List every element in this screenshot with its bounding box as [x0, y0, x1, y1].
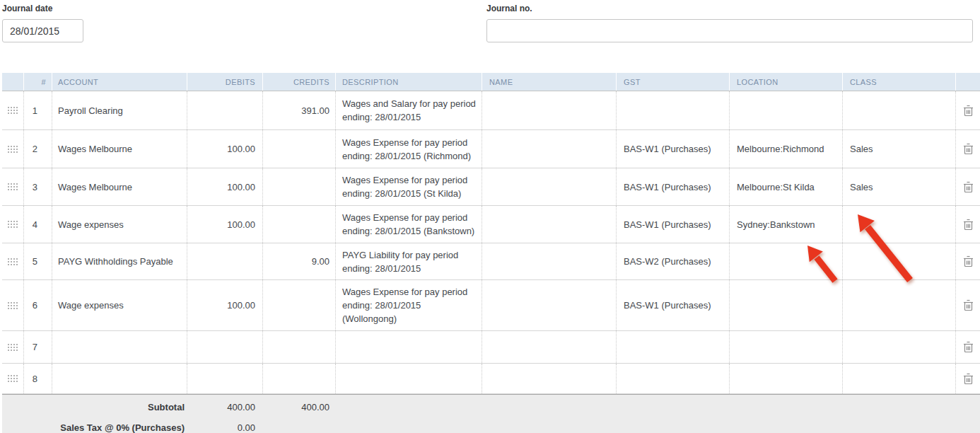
row-drag-handle[interactable] — [2, 91, 23, 129]
sales-tax-debits: 0.00 — [187, 422, 262, 433]
trash-icon — [963, 105, 974, 117]
credits-cell[interactable] — [262, 280, 335, 330]
description-text: Wages Expense for pay period ending: 28/… — [342, 211, 474, 238]
debits-cell[interactable]: 100.00 — [187, 130, 262, 168]
sales-tax-label: Sales Tax @ 0% (Purchases) — [2, 422, 187, 433]
account-cell[interactable]: Wage expenses — [52, 280, 187, 330]
header-gst: GST — [616, 73, 729, 91]
description-cell[interactable]: Wages and Salary for pay period ending: … — [335, 91, 482, 129]
row-drag-handle[interactable] — [2, 206, 23, 243]
credits-cell[interactable] — [262, 168, 335, 205]
delete-row-button[interactable] — [962, 103, 975, 118]
table-row: 1 Payroll Clearing 391.00 Wages and Sala… — [2, 91, 980, 130]
credits-cell[interactable] — [262, 331, 335, 363]
delete-row-button[interactable] — [962, 340, 975, 354]
account-cell[interactable]: Wage expenses — [52, 206, 187, 243]
account-cell[interactable] — [52, 331, 187, 363]
class-cell[interactable] — [842, 364, 955, 393]
location-cell[interactable] — [729, 364, 842, 393]
name-cell[interactable] — [482, 280, 616, 330]
debits-cell[interactable] — [187, 91, 262, 129]
delete-row-button[interactable] — [962, 371, 975, 386]
description-cell[interactable]: Wages Expense for pay period ending: 28/… — [335, 168, 482, 205]
trash-icon — [963, 219, 974, 231]
subtotal-label: Subtotal — [2, 402, 187, 413]
class-cell[interactable] — [842, 91, 955, 129]
account-cell[interactable]: PAYG Withholdings Payable — [52, 243, 187, 279]
row-drag-handle[interactable] — [2, 280, 23, 330]
totals-footer: Subtotal 400.00 400.00 Sales Tax @ 0% (P… — [2, 394, 980, 433]
debits-cell[interactable] — [187, 331, 262, 363]
account-cell[interactable]: Wages Melbourne — [52, 130, 187, 168]
journal-date-input[interactable] — [2, 19, 83, 42]
credits-cell[interactable] — [262, 130, 335, 168]
debits-cell[interactable]: 100.00 — [187, 206, 262, 243]
class-cell[interactable] — [842, 206, 955, 243]
delete-row-button[interactable] — [962, 217, 975, 232]
class-cell[interactable]: Sales — [842, 168, 955, 205]
account-cell[interactable] — [52, 364, 187, 393]
location-cell[interactable]: Melbourne:St Kilda — [729, 168, 842, 205]
header-drag-column — [2, 73, 23, 91]
row-drag-handle[interactable] — [2, 168, 23, 205]
location-cell[interactable] — [729, 243, 842, 279]
journal-no-input[interactable] — [486, 19, 973, 42]
delete-row-button[interactable] — [962, 180, 975, 195]
description-cell[interactable]: Wages Expense for pay period ending: 28/… — [335, 206, 482, 243]
row-drag-handle[interactable] — [2, 243, 23, 279]
location-cell[interactable] — [729, 331, 842, 363]
delete-row-button[interactable] — [962, 298, 975, 313]
location-cell[interactable]: Sydney:Bankstown — [729, 206, 842, 243]
name-cell[interactable] — [482, 243, 616, 279]
drag-handle-icon — [8, 344, 18, 351]
location-cell[interactable] — [729, 280, 842, 330]
account-cell[interactable]: Wages Melbourne — [52, 168, 187, 205]
gst-cell[interactable]: BAS-W1 (Purchases) — [616, 280, 729, 330]
name-cell[interactable] — [482, 130, 616, 168]
debits-cell[interactable] — [187, 243, 262, 279]
name-cell[interactable] — [482, 206, 616, 243]
name-cell[interactable] — [482, 331, 616, 363]
gst-cell[interactable]: BAS-W2 (Purchases) — [616, 243, 729, 279]
class-cell[interactable] — [842, 280, 955, 330]
gst-cell[interactable] — [616, 364, 729, 393]
header-credits: CREDITS — [262, 73, 335, 91]
credits-cell[interactable] — [262, 206, 335, 243]
credits-cell[interactable] — [262, 364, 335, 393]
location-cell[interactable] — [729, 91, 842, 129]
description-cell[interactable] — [335, 364, 482, 393]
name-cell[interactable] — [482, 168, 616, 205]
table-row: 5 PAYG Withholdings Payable 9.00 PAYG Li… — [2, 243, 980, 280]
gst-cell[interactable]: BAS-W1 (Purchases) — [616, 130, 729, 168]
description-cell[interactable]: Wages Expense for pay period ending: 28/… — [335, 280, 482, 330]
description-cell[interactable]: PAYG Liability for pay period ending: 28… — [335, 243, 482, 279]
name-cell[interactable] — [482, 91, 616, 129]
gst-cell[interactable] — [616, 91, 729, 129]
account-cell[interactable]: Payroll Clearing — [52, 91, 187, 129]
row-drag-handle[interactable] — [2, 364, 23, 393]
gst-cell[interactable]: BAS-W1 (Purchases) — [616, 168, 729, 205]
row-drag-handle[interactable] — [2, 130, 23, 168]
gst-cell[interactable] — [616, 331, 729, 363]
description-cell[interactable]: Wages Expense for pay period ending: 28/… — [335, 130, 482, 168]
credits-cell[interactable]: 391.00 — [262, 91, 335, 129]
description-cell[interactable] — [335, 331, 482, 363]
debits-cell[interactable] — [187, 364, 262, 393]
description-text: Wages Expense for pay period ending: 28/… — [342, 285, 467, 325]
journal-entry-screen: Journal date Journal no. # ACCOUNT DEBIT… — [0, 0, 980, 433]
delete-row-button[interactable] — [962, 254, 975, 269]
trash-icon — [963, 341, 974, 353]
location-cell[interactable]: Melbourne:Richmond — [729, 130, 842, 168]
row-drag-handle[interactable] — [2, 331, 23, 363]
name-cell[interactable] — [482, 364, 616, 393]
class-cell[interactable]: Sales — [842, 130, 955, 168]
credits-cell[interactable]: 9.00 — [262, 243, 335, 279]
class-cell[interactable] — [842, 243, 955, 279]
gst-cell[interactable]: BAS-W1 (Purchases) — [616, 206, 729, 243]
debits-cell[interactable]: 100.00 — [187, 280, 262, 330]
drag-handle-icon — [8, 146, 18, 153]
class-cell[interactable] — [842, 331, 955, 363]
delete-row-button[interactable] — [962, 142, 975, 156]
journal-lines-table: # ACCOUNT DEBITS CREDITS DESCRIPTION NAM… — [2, 73, 980, 433]
debits-cell[interactable]: 100.00 — [187, 168, 262, 205]
